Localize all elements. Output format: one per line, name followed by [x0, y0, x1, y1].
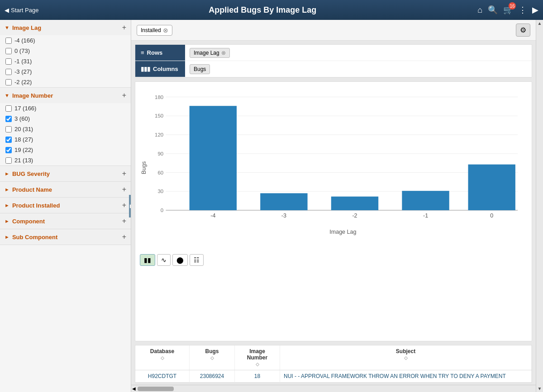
settings-button[interactable]: ⚙	[516, 24, 530, 37]
sidebar-item-image-lag-label-2: 0 (73)	[14, 47, 30, 54]
checkbox-image-lag-1[interactable]	[5, 38, 12, 44]
sidebar-item-image-lag-4[interactable]: -3 (27)	[0, 66, 131, 77]
sort-icon-bugs[interactable]: ◇	[210, 355, 214, 360]
table-header: Database ◇ Bugs ◇ Image Number ◇ Subject…	[135, 345, 532, 370]
checkbox-image-lag-3[interactable]	[5, 58, 12, 65]
sidebar-section-product-name-header[interactable]: ► Product Name +	[0, 182, 131, 197]
horizontal-scrollbar[interactable]: ◀	[131, 385, 536, 392]
notifications-icon[interactable]: 🛒 16	[503, 5, 513, 15]
sidebar-item-image-number-5[interactable]: 19 (22)	[0, 145, 131, 155]
checkbox-image-number-3[interactable]	[5, 126, 12, 132]
pivot-columns-chip-label: Bugs	[194, 66, 206, 72]
sidebar-item-image-number-1[interactable]: 17 (166)	[0, 103, 131, 113]
pivot-rows-row: ≡ Rows Image Lag ⊗	[135, 45, 532, 61]
sidebar: ▼ Image Lag + -4 (166) 0 (73) -1 (31) -3…	[0, 20, 131, 392]
checkbox-image-number-1[interactable]	[5, 105, 12, 112]
add-sub-component-button[interactable]: +	[122, 233, 126, 241]
sidebar-item-image-lag-3[interactable]: -1 (31)	[0, 56, 131, 66]
pivot-rows-chip-remove[interactable]: ⊗	[221, 50, 226, 56]
checkbox-image-number-6[interactable]	[5, 157, 12, 164]
add-product-installed-button[interactable]: +	[122, 201, 126, 209]
sidebar-item-image-number-2[interactable]: 3 (60)	[0, 113, 131, 124]
more-options-icon[interactable]: ⋮	[519, 5, 527, 15]
svg-text:-2: -2	[352, 213, 357, 219]
pivot-rows-chip-image-lag[interactable]: Image Lag ⊗	[190, 48, 230, 58]
sidebar-item-image-lag-1[interactable]: -4 (166)	[0, 35, 131, 46]
sidebar-item-image-number-label-2: 3 (60)	[14, 115, 30, 122]
search-icon[interactable]: 🔍	[488, 5, 498, 15]
sort-icon-subject[interactable]: ◇	[404, 355, 408, 360]
line-chart-button[interactable]: ∿	[157, 254, 171, 266]
col-image-number: Image Number ◇	[235, 345, 280, 370]
sidebar-section-image-number-title: Image Number	[12, 92, 53, 99]
filter-tag-installed-remove[interactable]: ⊗	[163, 27, 168, 34]
sidebar-section-bug-severity: ► BUG Severity +	[0, 166, 131, 182]
pie-chart-button[interactable]: ⬤	[172, 254, 188, 266]
sidebar-section-image-lag-title: Image Lag	[12, 24, 41, 31]
add-image-number-button[interactable]: +	[122, 91, 126, 99]
add-image-lag-button[interactable]: +	[122, 24, 126, 32]
user-icon[interactable]: ▶	[532, 5, 538, 15]
scroll-thumb[interactable]	[138, 387, 174, 391]
sidebar-section-bug-severity-header[interactable]: ► BUG Severity +	[0, 166, 131, 181]
cell-subject: NUI - - APPROVAL FRAMEWORK THROW AN ERRO…	[280, 370, 532, 382]
sidebar-section-sub-component-header[interactable]: ► Sub Component +	[0, 229, 131, 245]
cell-database: H92CDTGT	[135, 370, 190, 382]
add-bug-severity-button[interactable]: +	[122, 170, 126, 178]
sidebar-section-component-header[interactable]: ► Component +	[0, 213, 131, 229]
vertical-scrollbar[interactable]: ▲ ▼	[536, 20, 543, 392]
pivot-columns-chips: Bugs	[185, 62, 214, 76]
sidebar-section-image-number-header[interactable]: ▼ Image Number +	[0, 88, 131, 103]
sidebar-item-image-lag-label-3: -1 (31)	[14, 58, 32, 65]
sidebar-section-sub-component-title: Sub Component	[12, 234, 57, 241]
svg-text:0: 0	[161, 208, 163, 213]
scroll-left-arrow[interactable]: ◀	[132, 386, 136, 391]
sort-icon-image-number[interactable]: ◇	[256, 362, 259, 367]
checkbox-image-lag-4[interactable]	[5, 69, 12, 75]
sidebar-item-image-number-6[interactable]: 21 (13)	[0, 155, 131, 165]
checkbox-image-number-2[interactable]	[5, 116, 12, 122]
sidebar-item-image-number-4[interactable]: 18 (27)	[0, 134, 131, 145]
sidebar-section-product-name-title: Product Name	[12, 186, 52, 193]
y-axis-label: Bugs	[141, 161, 147, 175]
sidebar-item-image-lag-label-4: -3 (27)	[14, 68, 32, 75]
filter-tag-installed-label: Installed	[141, 27, 161, 33]
notification-badge: 16	[509, 2, 516, 9]
data-table: Database ◇ Bugs ◇ Image Number ◇ Subject…	[135, 345, 532, 383]
checkbox-image-number-4[interactable]	[5, 137, 12, 143]
bar-zero	[468, 165, 515, 210]
sidebar-item-image-number-label-3: 20 (31)	[14, 126, 33, 132]
sidebar-collapse-button[interactable]: ▮▮	[129, 195, 131, 217]
col-subject: Subject ◇	[280, 345, 532, 370]
bar-minus4	[190, 106, 237, 210]
add-component-button[interactable]: +	[122, 217, 126, 225]
sort-icon-database[interactable]: ◇	[161, 355, 164, 360]
table-chart-button[interactable]: ☷	[190, 254, 204, 266]
scroll-up-arrow[interactable]: ▲	[537, 20, 543, 27]
collapse-arrow-product-name: ►	[5, 187, 10, 192]
filter-tag-installed[interactable]: Installed ⊗	[137, 25, 172, 36]
pivot-rows-label: ≡ Rows	[135, 45, 185, 61]
header-actions: ⌂ 🔍 🛒 16 ⋮ ▶	[477, 5, 538, 15]
pivot-columns-chip-bugs[interactable]: Bugs	[190, 64, 210, 74]
sidebar-item-image-lag-2[interactable]: 0 (73)	[0, 46, 131, 56]
home-icon[interactable]: ⌂	[477, 5, 482, 15]
pivot-rows-chip-label: Image Lag	[194, 50, 219, 56]
rows-icon: ≡	[141, 49, 144, 56]
sidebar-item-image-number-3[interactable]: 20 (31)	[0, 124, 131, 134]
checkbox-image-number-5[interactable]	[5, 147, 12, 153]
checkbox-image-lag-5[interactable]	[5, 79, 12, 85]
collapse-arrow-bug-severity: ►	[5, 171, 10, 176]
sidebar-section-product-installed-header[interactable]: ► Product Installed +	[0, 198, 131, 213]
back-button[interactable]: ◀ Start Page	[5, 7, 38, 14]
checkbox-image-lag-2[interactable]	[5, 48, 12, 54]
x-axis-label: Image Lag	[329, 229, 356, 235]
page-title: Applied Bugs By Image Lag	[48, 5, 477, 15]
bar-chart-button[interactable]: ▮▮	[140, 254, 155, 266]
sidebar-item-image-lag-5[interactable]: -2 (22)	[0, 77, 131, 87]
scroll-down-arrow[interactable]: ▼	[537, 385, 543, 392]
col-bugs: Bugs ◇	[190, 345, 235, 370]
sidebar-section-image-lag-header[interactable]: ▼ Image Lag +	[0, 20, 131, 35]
add-product-name-button[interactable]: +	[122, 185, 126, 194]
sidebar-section-sub-component: ► Sub Component +	[0, 229, 131, 245]
